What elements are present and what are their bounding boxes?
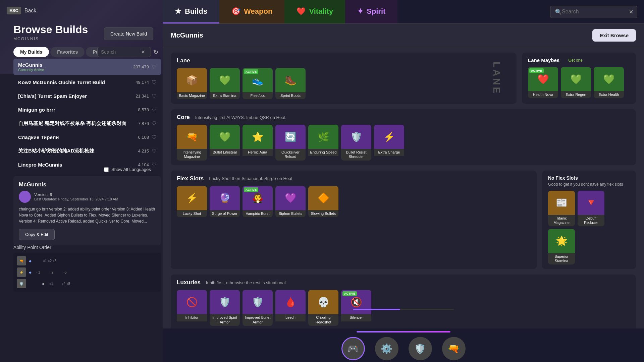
item-intensifying-magazine-label: Intensifying Magazine [177, 149, 207, 160]
scroll-indicator[interactable] [353, 309, 454, 310]
item-siphon-bullets[interactable]: 💜 Siphon Bullets [275, 186, 306, 217]
item-crippling-headshot[interactable]: 💀 Crippling Headshot [308, 290, 338, 325]
build-list-item-6[interactable]: 关注B站小驴鹅酱的纯AD流机枪妹 4,215 ♡ [13, 144, 161, 158]
item-titanic-magazine[interactable]: 📰 Titanic Magazine [548, 191, 575, 226]
heart-icon-4[interactable]: ♡ [152, 120, 156, 127]
item-health-nova[interactable]: ACTIVE❤️ Health Nova [528, 67, 558, 98]
item-leech[interactable]: 🩸 Leech [275, 290, 306, 325]
item-extra-charge[interactable]: ⚡ Extra Charge [374, 125, 404, 160]
item-lucky-shot[interactable]: ⚡ Lucky Shot [177, 186, 207, 217]
show-languages-toggle[interactable]: Show All Languages [104, 167, 151, 172]
refresh-icon[interactable]: ↻ [153, 49, 158, 56]
ability-order-grid: 🔫 ◆ ○1 ○2 ○5 ⚡ ◆ ○1 ○2 ○5 🛡️ [13, 253, 161, 292]
tab-my-builds[interactable]: My Builds [13, 47, 49, 57]
item-silencer-icon: ACTIVE🔇 [341, 290, 371, 314]
item-health-nova-icon: ACTIVE❤️ [528, 67, 558, 91]
item-heroic-aura[interactable]: ⭐ Heroic Aura [243, 125, 273, 160]
nav-search-close-icon[interactable]: ✕ [629, 9, 633, 15]
build-count-5: 6,108 [138, 135, 149, 140]
avatar [19, 191, 31, 203]
item-silencer-label: Silencer [341, 314, 371, 321]
heart-icon-1[interactable]: ♡ [152, 79, 156, 85]
item-basic-magazine[interactable]: 📦 Basic Magazine [177, 68, 207, 99]
nav-search[interactable]: 🔍 ✕ [550, 6, 637, 18]
build-list-item-0[interactable]: McGunnis Currently Active 207,479 ♡ [13, 59, 161, 75]
nav-tab-vitality[interactable]: ❤️ Vitality [284, 0, 345, 23]
item-quicksilver-reload[interactable]: 🔄 Quicksilver Reload [275, 125, 306, 160]
heart-icon-3[interactable]: ♡ [152, 107, 156, 113]
item-enduring-speed-label: Enduring Speed [308, 149, 338, 156]
clear-search-icon[interactable]: ✕ [141, 49, 145, 55]
item-leech-icon: 🩸 [275, 290, 306, 314]
item-extra-regen[interactable]: 💚 Extra Regen [561, 67, 591, 98]
item-sprint-boots[interactable]: 🥾 Sprint Boots [275, 68, 306, 99]
heart-icon-7[interactable]: ♡ [152, 162, 156, 168]
bottom-icon-1[interactable]: 🎮 [341, 337, 365, 360]
search-icon: 🔍 [555, 9, 562, 15]
build-list-item-1[interactable]: Kowz McGunnis Ouchie Turret Build 49,174… [13, 76, 161, 89]
heart-icon-0[interactable]: ♡ [152, 64, 156, 70]
heart-icon-6[interactable]: ♡ [152, 148, 156, 154]
lane-section-row: Lane 📦 Basic Magazine 💚 Extra Stamina AC… [171, 53, 636, 104]
exit-browse-button[interactable]: Exit Browse [592, 29, 636, 42]
nav-tab-spirit[interactable]: ✦ Spirit [345, 0, 397, 23]
builds-tab-label: Builds [185, 7, 207, 16]
lane-section-card: Lane 📦 Basic Magazine 💚 Extra Stamina AC… [171, 53, 517, 104]
item-slowing-bullets[interactable]: 🔶 Slowing Bullets [308, 186, 338, 217]
bottom-icon-3[interactable]: 🛡️ [409, 337, 432, 360]
build-list-item-2[interactable]: [Chia's] Turret Spam Enjoyer 21,341 ♡ [13, 89, 161, 103]
lane-maybes-subtitle: Get one [568, 58, 583, 63]
item-vampiric-burst-label: Vampiric Burst [243, 210, 273, 217]
bottom-icon-2[interactable]: ⚙️ [375, 337, 398, 360]
build-count-4: 7,876 [138, 121, 149, 126]
build-list-item-5[interactable]: Сладкие Тирели 6,108 ♡ [13, 131, 161, 144]
item-debuff-reducer[interactable]: 🔻 Debuff Reducer [578, 191, 604, 226]
item-inhibitor[interactable]: 🚫 Inhibitor [177, 290, 207, 325]
esc-badge[interactable]: ESC [7, 7, 21, 14]
item-bullet-lifesteal[interactable]: 💚 Bullet Lifesteal [210, 125, 240, 160]
item-basic-magazine-label: Basic Magazine [177, 92, 207, 99]
heart-icon-2[interactable]: ♡ [152, 93, 156, 99]
scroll-thumb [353, 309, 400, 310]
item-silencer[interactable]: ACTIVE🔇 Silencer [341, 290, 371, 325]
item-vampiric-burst[interactable]: ACTIVE🧛 Vampiric Burst [243, 186, 273, 217]
search-input[interactable] [101, 49, 141, 55]
luxuries-desc: Inhib first, otherwise the rest is situa… [206, 280, 286, 285]
back-label[interactable]: Back [24, 8, 37, 14]
bottom-icon-4[interactable]: 🔫 [442, 337, 466, 360]
item-improved-spirit-armor[interactable]: 🛡️ Improved Spirit Armor [210, 290, 240, 325]
create-new-build-button[interactable]: Create New Build [104, 27, 153, 40]
build-search[interactable]: ✕ [97, 47, 151, 57]
item-surge-of-power[interactable]: 🔮 Surge of Power [210, 186, 240, 217]
heart-icon-5[interactable]: ♡ [152, 134, 156, 140]
nav-tab-weapon[interactable]: 🎯 Weapon [219, 0, 284, 23]
item-extra-regen-icon: 💚 [561, 67, 591, 91]
item-intensifying-magazine-icon: 🔫 [177, 125, 207, 149]
build-item-info-1: Kowz McGunnis Ouchie Turret Build [18, 79, 136, 85]
copy-edit-button[interactable]: Copy & Edit [19, 229, 55, 240]
silencer-active-badge: ACTIVE [342, 291, 357, 296]
core-items-grid: 🔫 Intensifying Magazine 💚 Bullet Lifeste… [177, 125, 630, 160]
build-count-6: 4,215 [138, 148, 149, 154]
item-superior-stamina-label: Superior Stamina [548, 253, 575, 264]
build-item-info-3: Minigun go brrr [18, 107, 138, 113]
ability-icon-2: ⚡ [17, 267, 26, 277]
build-count-1: 49,174 [136, 80, 149, 85]
item-enduring-speed[interactable]: 🌿 Enduring Speed [308, 125, 338, 160]
item-intensifying-magazine[interactable]: 🔫 Intensifying Magazine [177, 125, 207, 160]
item-extra-health[interactable]: 💚 Extra Health [594, 67, 624, 98]
build-list-item-4[interactable]: 自用马基尼 稳定对线不被单杀 有机会还能杀对面 7,876 ♡ [13, 117, 161, 130]
tab-favorites[interactable]: Favorites [50, 47, 85, 57]
item-extra-stamina-label: Extra Stamina [210, 92, 240, 99]
nav-search-input[interactable] [562, 9, 629, 15]
item-improved-bullet-armor[interactable]: 🛡️ Improved Bullet Armor [243, 290, 273, 325]
item-extra-stamina[interactable]: 💚 Extra Stamina [210, 68, 240, 99]
show-languages-checkbox[interactable] [104, 167, 109, 172]
item-bullet-resist-shredder[interactable]: 🛡️ Bullet Resist Shredder [341, 125, 371, 160]
item-fleetfoot[interactable]: ACTIVE👟 Fleetfoot [243, 68, 273, 99]
build-list-item-3[interactable]: Minigun go brrr 8,573 ♡ [13, 103, 161, 116]
item-superior-stamina[interactable]: 🌟 Superior Stamina [548, 229, 575, 264]
nav-tab-builds[interactable]: ★ Builds [163, 0, 219, 23]
item-extra-stamina-icon: 💚 [210, 68, 240, 92]
item-titanic-magazine-label: Titanic Magazine [548, 215, 575, 226]
